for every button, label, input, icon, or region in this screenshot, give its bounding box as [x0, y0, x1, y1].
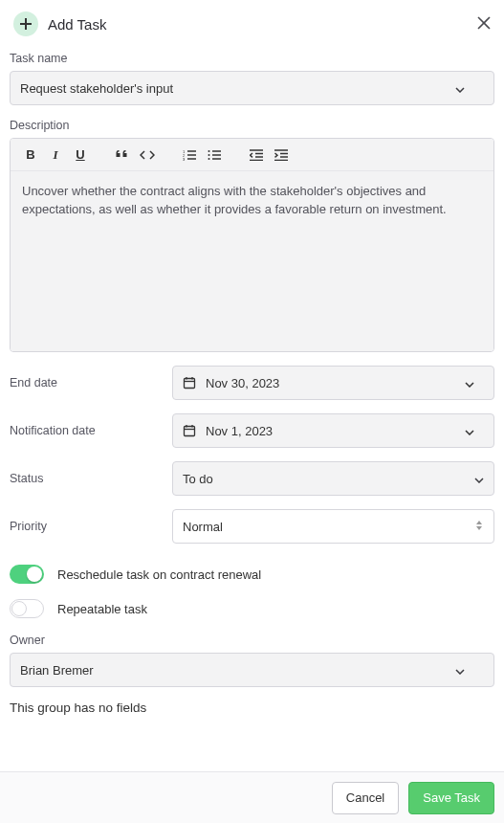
- editor-toolbar: B I U 123: [11, 139, 493, 171]
- notification-date-label: Notification date: [10, 424, 172, 437]
- chevron-down-icon: [455, 663, 465, 678]
- italic-button[interactable]: I: [43, 143, 68, 167]
- save-button[interactable]: Save Task: [408, 782, 494, 814]
- owner-value: Brian Bremer: [20, 663, 455, 678]
- priority-value: Normal: [183, 520, 474, 534]
- cancel-button[interactable]: Cancel: [332, 782, 399, 814]
- priority-label: Priority: [10, 520, 172, 533]
- sort-icon: [474, 519, 484, 535]
- chevron-down-icon: [465, 376, 484, 390]
- end-date-input[interactable]: Nov 30, 2023: [172, 366, 494, 400]
- status-label: Status: [10, 472, 172, 485]
- add-icon: [13, 11, 38, 36]
- ordered-list-button[interactable]: 123: [177, 143, 202, 167]
- bold-button[interactable]: B: [18, 143, 43, 167]
- unordered-list-button[interactable]: [202, 143, 227, 167]
- svg-rect-28: [185, 427, 195, 436]
- end-date-label: End date: [10, 376, 172, 389]
- modal-footer: Cancel Save Task: [0, 771, 504, 823]
- status-select[interactable]: To do: [172, 461, 494, 496]
- svg-point-11: [208, 154, 210, 156]
- svg-marker-33: [476, 526, 482, 530]
- task-name-input[interactable]: Request stakeholder's input: [10, 71, 494, 105]
- notification-date-input[interactable]: Nov 1, 2023: [172, 413, 494, 448]
- svg-text:3: 3: [183, 156, 186, 161]
- status-value: To do: [183, 472, 474, 486]
- end-date-value: Nov 30, 2023: [206, 376, 465, 390]
- chevron-down-icon: [465, 424, 484, 438]
- code-button[interactable]: [135, 143, 160, 167]
- description-editor: B I U 123: [10, 138, 494, 352]
- repeatable-toggle[interactable]: [10, 599, 44, 618]
- owner-select[interactable]: Brian Bremer: [10, 653, 494, 687]
- modal-header: Add Task: [0, 0, 504, 44]
- notification-date-value: Nov 1, 2023: [206, 424, 465, 438]
- description-textarea[interactable]: Uncover whether the contract aligns with…: [11, 171, 493, 351]
- svg-point-12: [208, 158, 210, 160]
- chevron-down-icon: [474, 472, 484, 486]
- task-name-label: Task name: [10, 52, 494, 65]
- svg-rect-24: [185, 379, 195, 389]
- no-fields-message: This group has no fields: [10, 701, 494, 715]
- indent-button[interactable]: [269, 143, 294, 167]
- svg-point-10: [208, 150, 210, 152]
- priority-select[interactable]: Normal: [172, 509, 494, 544]
- reschedule-label: Reschedule task on contract renewal: [57, 567, 261, 582]
- quote-button[interactable]: [110, 143, 135, 167]
- modal-title: Add Task: [48, 16, 477, 33]
- svg-marker-32: [476, 521, 482, 524]
- description-label: Description: [10, 119, 494, 132]
- outdent-button[interactable]: [244, 143, 269, 167]
- close-icon[interactable]: [477, 16, 491, 33]
- repeatable-label: Repeatable task: [57, 602, 147, 616]
- chevron-down-icon: [455, 81, 465, 96]
- task-name-value: Request stakeholder's input: [20, 81, 455, 96]
- owner-label: Owner: [10, 634, 494, 647]
- reschedule-toggle[interactable]: [10, 565, 44, 584]
- underline-button[interactable]: U: [68, 143, 93, 167]
